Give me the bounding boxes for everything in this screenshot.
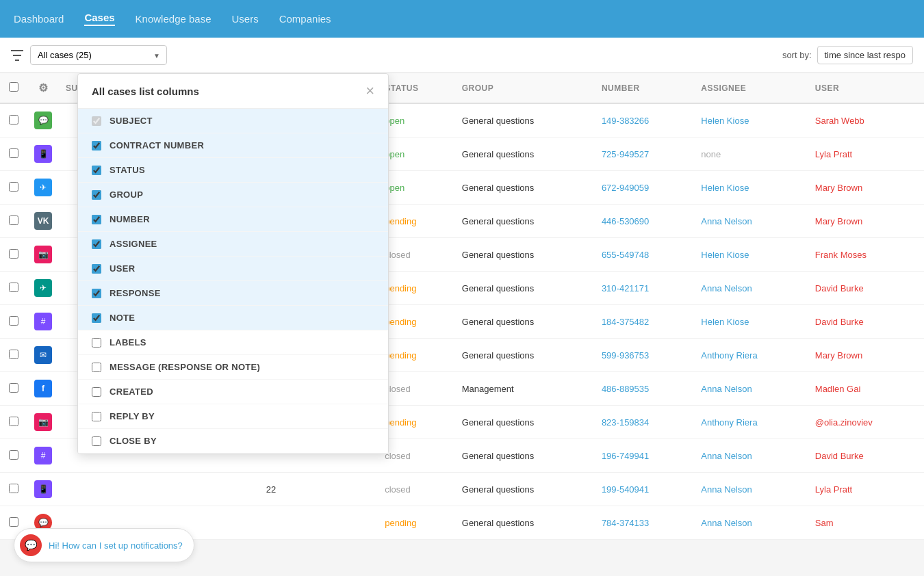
number-cell-1[interactable]: 725-949527	[595, 138, 694, 171]
number-cell-6[interactable]: 184-375482	[595, 305, 694, 339]
row-checkbox-5[interactable]	[9, 283, 18, 292]
user-cell-6[interactable]: David Burke	[808, 305, 924, 339]
nav-knowledge-base[interactable]: Knowledge base	[136, 13, 211, 25]
col-checkbox-2[interactable]	[92, 166, 101, 175]
row-checkbox-2[interactable]	[9, 182, 18, 192]
assignee-cell-9[interactable]: Anthony Riera	[694, 406, 808, 439]
col-checkbox-12[interactable]	[92, 412, 101, 421]
dropdown-item-7[interactable]: RESPONSE	[78, 281, 388, 306]
user-cell-11[interactable]: Lyla Pratt	[808, 473, 924, 506]
user-cell-1[interactable]: Lyla Pratt	[808, 138, 924, 171]
number-cell-5[interactable]: 310-421171	[595, 272, 694, 305]
assignee-cell-6[interactable]: Helen Kiose	[694, 305, 808, 339]
select-all-checkbox[interactable]	[9, 82, 18, 92]
number-cell-12[interactable]: 784-374133	[595, 506, 694, 540]
col-checkbox-7[interactable]	[92, 289, 101, 298]
row-checkbox-7[interactable]	[9, 350, 18, 359]
col-checkbox-13[interactable]	[92, 436, 101, 446]
dropdown-item-6[interactable]: USER	[78, 257, 388, 281]
cases-select[interactable]: All cases (25) Open cases Pending cases …	[30, 45, 167, 65]
status-cell-7: pending	[378, 339, 455, 372]
chat-bubble[interactable]: 💬 Hi! How can I set up notifications?	[14, 528, 194, 540]
assignee-cell-3[interactable]: Anna Nelson	[694, 205, 808, 238]
dropdown-item-5[interactable]: ASSIGNEE	[78, 232, 388, 257]
nav-cases[interactable]: Cases	[84, 12, 114, 26]
channel-icon-6: #	[34, 313, 52, 330]
user-cell-9[interactable]: @olia.zinoviev	[808, 406, 924, 439]
dropdown-item-4[interactable]: NUMBER	[78, 207, 388, 232]
sort-value[interactable]: time since last respo	[817, 46, 914, 64]
col-checkbox-6[interactable]	[92, 264, 101, 274]
number-cell-9[interactable]: 823-159834	[595, 406, 694, 439]
number-cell-11[interactable]: 199-540941	[595, 473, 694, 506]
filter-button[interactable]	[11, 50, 23, 61]
row-checkbox-8[interactable]	[9, 383, 18, 393]
number-cell-2[interactable]: 672-949059	[595, 171, 694, 205]
close-icon[interactable]: ×	[365, 83, 374, 99]
number-cell-10[interactable]: 196-749941	[595, 439, 694, 473]
user-cell-2[interactable]: Mary Brown	[808, 171, 924, 205]
dropdown-item-12[interactable]: REPLY BY	[78, 404, 388, 429]
number-cell-7[interactable]: 599-936753	[595, 339, 694, 372]
col-label-7: RESPONSE	[110, 288, 161, 298]
assignee-cell-11[interactable]: Anna Nelson	[694, 473, 808, 506]
sort-label: sort by:	[782, 50, 812, 60]
number-cell-3[interactable]: 446-530690	[595, 205, 694, 238]
number-cell-8[interactable]: 486-889535	[595, 372, 694, 406]
user-cell-7[interactable]: Mary Brown	[808, 339, 924, 372]
dropdown-item-3[interactable]: GROUP	[78, 183, 388, 207]
dropdown-item-10[interactable]: MESSAGE (RESPONSE OR NOTE)	[78, 355, 388, 380]
col-checkbox-0[interactable]	[92, 116, 101, 126]
col-checkbox-10[interactable]	[92, 363, 101, 372]
col-checkbox-5[interactable]	[92, 239, 101, 249]
row-checkbox-11[interactable]	[9, 484, 18, 493]
user-cell-5[interactable]: David Burke	[808, 272, 924, 305]
assignee-cell-10[interactable]: Anna Nelson	[694, 439, 808, 473]
gear-icon[interactable]: ⚙	[38, 82, 49, 94]
assignee-cell-1[interactable]: none	[694, 138, 808, 171]
nav-companies[interactable]: Companies	[279, 13, 331, 25]
user-cell-10[interactable]: David Burke	[808, 439, 924, 473]
dropdown-item-13[interactable]: CLOSE BY	[78, 429, 388, 454]
row-checkbox-0[interactable]	[9, 115, 18, 125]
assignee-cell-7[interactable]: Anthony Riera	[694, 339, 808, 372]
row-checkbox-12[interactable]	[9, 517, 18, 527]
assignee-cell-0[interactable]: Helen Kiose	[694, 103, 808, 138]
assignee-cell-2[interactable]: Helen Kiose	[694, 171, 808, 205]
row-checkbox-6[interactable]	[9, 316, 18, 326]
row-checkbox-4[interactable]	[9, 249, 18, 259]
row-checkbox-1[interactable]	[9, 148, 18, 158]
nav-users[interactable]: Users	[232, 13, 259, 25]
col-checkbox-3[interactable]	[92, 190, 101, 200]
number-cell-0[interactable]: 149-383266	[595, 103, 694, 138]
user-cell-3[interactable]: Mary Brown	[808, 205, 924, 238]
col-checkbox-4[interactable]	[92, 215, 101, 224]
row-checkbox-3[interactable]	[9, 215, 18, 225]
dropdown-item-11[interactable]: CREATED	[78, 380, 388, 404]
assignee-cell-5[interactable]: Anna Nelson	[694, 272, 808, 305]
col-checkbox-8[interactable]	[92, 313, 101, 323]
user-cell-12[interactable]: Sam	[808, 506, 924, 540]
user-cell-4[interactable]: Frank Moses	[808, 238, 924, 272]
user-cell-8[interactable]: Madlen Gai	[808, 372, 924, 406]
dropdown-item-8[interactable]: NOTE	[78, 306, 388, 330]
row-checkbox-9[interactable]	[9, 417, 18, 426]
assignee-cell-4[interactable]: Helen Kiose	[694, 238, 808, 272]
assignee-cell-12[interactable]: Anna Nelson	[694, 506, 808, 540]
row-checkbox-10[interactable]	[9, 450, 18, 460]
col-checkbox-9[interactable]	[92, 338, 101, 348]
channel-icon-9: 📷	[34, 413, 52, 431]
nav-dashboard[interactable]: Dashboard	[14, 13, 64, 25]
col-label-4: NUMBER	[110, 214, 150, 224]
dropdown-item-9[interactable]: LABELS	[78, 330, 388, 355]
number-cell-4[interactable]: 655-549748	[595, 238, 694, 272]
col-checkbox-11[interactable]	[92, 387, 101, 397]
user-cell-0[interactable]: Sarah Webb	[808, 103, 924, 138]
dropdown-item-2[interactable]: STATUS	[78, 158, 388, 183]
col-checkbox-1[interactable]	[92, 141, 101, 150]
dropdown-item-0[interactable]: SUBJECT	[78, 109, 388, 133]
channel-icon-2: ✈	[34, 179, 52, 196]
dropdown-item-1[interactable]: CONTRACT NUMBER	[78, 133, 388, 158]
assignee-cell-8[interactable]: Anna Nelson	[694, 372, 808, 406]
col-label-2: STATUS	[110, 165, 145, 175]
